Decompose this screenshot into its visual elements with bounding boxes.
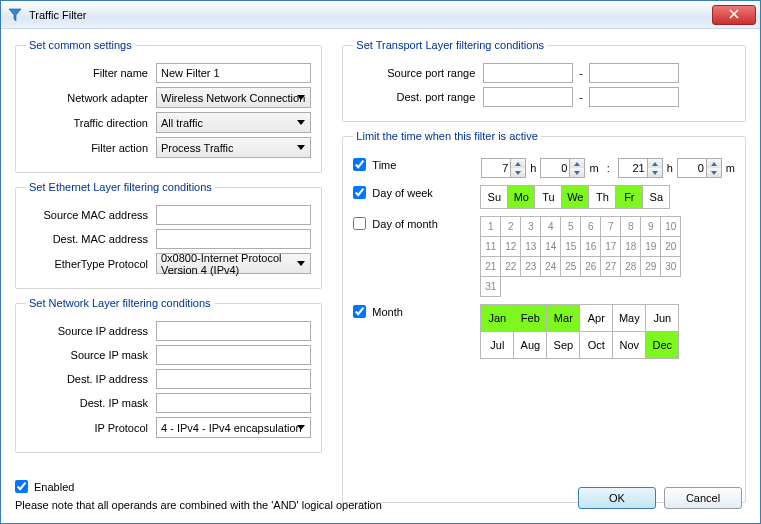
down-icon[interactable]: [511, 168, 525, 177]
month-cell-feb[interactable]: Feb: [513, 304, 547, 332]
dow-checkbox[interactable]: [353, 186, 366, 199]
dom-cell-21[interactable]: 21: [480, 256, 501, 277]
network-adapter-combo[interactable]: Wireless Network Connection: [156, 87, 311, 108]
ip-proto-combo[interactable]: 4 - IPv4 - IPv4 encapsulation: [156, 417, 311, 438]
dom-cell-27[interactable]: 27: [600, 256, 621, 277]
dom-cell-15[interactable]: 15: [560, 236, 581, 257]
dow-cell-fr[interactable]: Fr: [615, 185, 643, 209]
dom-cell-18[interactable]: 18: [620, 236, 641, 257]
dom-cell-25[interactable]: 25: [560, 256, 581, 277]
down-icon[interactable]: [707, 168, 721, 177]
cancel-button[interactable]: Cancel: [664, 487, 742, 509]
month-cell-jan[interactable]: Jan: [480, 304, 514, 332]
dst-mac-input[interactable]: [156, 229, 311, 249]
dow-cell-tu[interactable]: Tu: [534, 185, 562, 209]
src-ip-input[interactable]: [156, 321, 311, 341]
src-port-label: Source port range: [353, 67, 483, 79]
dom-cell-4[interactable]: 4: [540, 216, 561, 237]
up-icon[interactable]: [648, 159, 662, 168]
dom-label: Day of month: [372, 218, 437, 230]
dst-ip-input[interactable]: [156, 369, 311, 389]
dom-cell-12[interactable]: 12: [500, 236, 521, 257]
time-checkbox[interactable]: [353, 158, 366, 171]
month-cell-jun[interactable]: Jun: [645, 304, 679, 332]
min2-spinner[interactable]: [677, 158, 722, 178]
dow-cell-we[interactable]: We: [561, 185, 589, 209]
hour2-spinner[interactable]: [618, 158, 663, 178]
ethertype-combo[interactable]: 0x0800-Internet Protocol Version 4 (IPv4…: [156, 253, 311, 274]
time-colon: :: [603, 162, 614, 174]
enabled-checkbox[interactable]: [15, 480, 28, 493]
dow-cell-su[interactable]: Su: [480, 185, 508, 209]
m-unit: m: [726, 162, 735, 174]
month-cell-mar[interactable]: Mar: [546, 304, 580, 332]
month-cell-sep[interactable]: Sep: [546, 331, 580, 359]
dom-cell-10[interactable]: 10: [660, 216, 681, 237]
src-mask-input[interactable]: [156, 345, 311, 365]
dom-cell-17[interactable]: 17: [600, 236, 621, 257]
month-cell-nov[interactable]: Nov: [612, 331, 646, 359]
src-mac-label: Source MAC address: [26, 209, 156, 221]
month-cell-jul[interactable]: Jul: [480, 331, 514, 359]
month-cell-dec[interactable]: Dec: [645, 331, 679, 359]
down-icon[interactable]: [570, 168, 584, 177]
traffic-direction-combo[interactable]: All traffic: [156, 112, 311, 133]
dst-ip-label: Dest. IP address: [26, 373, 156, 385]
dom-cell-8[interactable]: 8: [620, 216, 641, 237]
dom-checkbox[interactable]: [353, 217, 366, 230]
ethertype-label: EtherType Protocol: [26, 258, 156, 270]
dow-cell-sa[interactable]: Sa: [642, 185, 670, 209]
dom-cell-26[interactable]: 26: [580, 256, 601, 277]
down-icon[interactable]: [648, 168, 662, 177]
dst-port-to-input[interactable]: [589, 87, 679, 107]
up-icon[interactable]: [707, 159, 721, 168]
dom-cell-5[interactable]: 5: [560, 216, 581, 237]
min1-spinner[interactable]: [540, 158, 585, 178]
dom-cell-28[interactable]: 28: [620, 256, 641, 277]
month-grid: JanFebMarAprMayJunJulAugSepOctNovDec: [481, 305, 686, 359]
month-cell-oct[interactable]: Oct: [579, 331, 613, 359]
hour1-spinner[interactable]: [481, 158, 526, 178]
dom-cell-31[interactable]: 31: [480, 276, 501, 297]
dow-cell-mo[interactable]: Mo: [507, 185, 535, 209]
src-port-to-input[interactable]: [589, 63, 679, 83]
month-checkbox[interactable]: [353, 305, 366, 318]
dom-cell-13[interactable]: 13: [520, 236, 541, 257]
month-cell-aug[interactable]: Aug: [513, 331, 547, 359]
dom-grid: 1234567891011121314151617181920212223242…: [481, 217, 682, 297]
src-port-from-input[interactable]: [483, 63, 573, 83]
dom-cell-16[interactable]: 16: [580, 236, 601, 257]
dom-cell-30[interactable]: 30: [660, 256, 681, 277]
dom-cell-19[interactable]: 19: [640, 236, 661, 257]
dom-cell-6[interactable]: 6: [580, 216, 601, 237]
filter-name-input[interactable]: [156, 63, 311, 83]
month-cell-may[interactable]: May: [612, 304, 646, 332]
chevron-down-icon: [293, 256, 308, 271]
dom-cell-24[interactable]: 24: [540, 256, 561, 277]
dom-cell-14[interactable]: 14: [540, 236, 561, 257]
dst-mask-input[interactable]: [156, 393, 311, 413]
dom-cell-20[interactable]: 20: [660, 236, 681, 257]
dom-cell-2[interactable]: 2: [500, 216, 521, 237]
src-mac-input[interactable]: [156, 205, 311, 225]
dom-cell-9[interactable]: 9: [640, 216, 661, 237]
traffic-direction-label: Traffic direction: [26, 117, 156, 129]
ok-button[interactable]: OK: [578, 487, 656, 509]
dom-cell-3[interactable]: 3: [520, 216, 541, 237]
traffic-filter-icon: [7, 7, 23, 23]
dom-cell-23[interactable]: 23: [520, 256, 541, 277]
dom-cell-22[interactable]: 22: [500, 256, 521, 277]
up-icon[interactable]: [511, 159, 525, 168]
up-icon[interactable]: [570, 159, 584, 168]
month-cell-apr[interactable]: Apr: [579, 304, 613, 332]
dom-cell-29[interactable]: 29: [640, 256, 661, 277]
ethernet-layer-group: Set Ethernet Layer filtering conditions …: [15, 181, 322, 289]
dom-cell-1[interactable]: 1: [480, 216, 501, 237]
dom-cell-7[interactable]: 7: [600, 216, 621, 237]
dow-cell-th[interactable]: Th: [588, 185, 616, 209]
titlebar: Traffic Filter: [1, 1, 760, 29]
filter-action-combo[interactable]: Process Traffic: [156, 137, 311, 158]
dom-cell-11[interactable]: 11: [480, 236, 501, 257]
close-button[interactable]: [712, 5, 756, 25]
dst-port-from-input[interactable]: [483, 87, 573, 107]
